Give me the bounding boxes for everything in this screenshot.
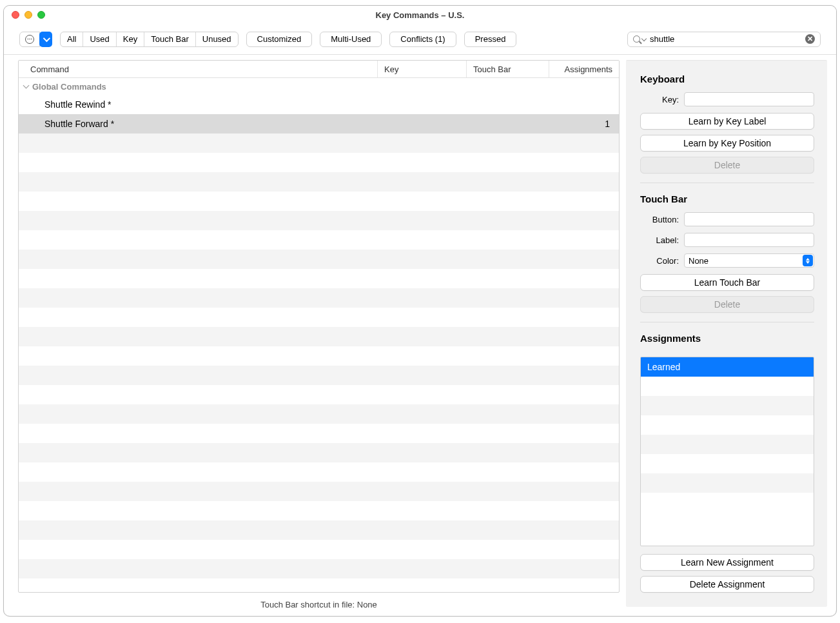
label-field-row: Label: bbox=[640, 233, 814, 247]
table-row[interactable]: Shuttle Forward *1 bbox=[19, 114, 619, 134]
empty-row bbox=[19, 327, 619, 346]
filter-pressed[interactable]: Pressed bbox=[464, 32, 517, 47]
options-menu-dropdown[interactable] bbox=[39, 32, 52, 47]
filter-customized[interactable]: Customized bbox=[246, 32, 313, 47]
empty-row bbox=[19, 192, 619, 211]
empty-row bbox=[19, 250, 619, 269]
filter-group: All Used Key Touch Bar Unused bbox=[60, 32, 239, 47]
assignment-item[interactable]: Learned bbox=[641, 357, 814, 377]
disclosure-triangle-icon[interactable] bbox=[23, 83, 30, 89]
table-body[interactable]: Global CommandsShuttle Rewind *Shuttle F… bbox=[19, 78, 619, 592]
cell-assignments: 1 bbox=[549, 119, 619, 129]
key-label: Key: bbox=[640, 95, 679, 104]
assignments-list[interactable]: Learned bbox=[640, 357, 814, 546]
empty-row bbox=[19, 134, 619, 153]
empty-row bbox=[19, 308, 619, 327]
empty-row bbox=[19, 540, 619, 559]
empty-row bbox=[19, 269, 619, 288]
clear-search-button[interactable]: ✕ bbox=[805, 34, 815, 44]
button-label: Button: bbox=[640, 215, 679, 224]
search-scope-chevron-icon[interactable] bbox=[641, 35, 647, 41]
table-row[interactable]: Shuttle Rewind * bbox=[19, 95, 619, 114]
empty-row bbox=[19, 211, 619, 230]
inspector: Keyboard Key: Learn by Key Label Learn b… bbox=[626, 60, 827, 607]
empty-row bbox=[19, 366, 619, 385]
empty-row bbox=[19, 288, 619, 308]
delete-keyboard-button: Delete bbox=[640, 157, 814, 173]
col-header-assignments[interactable]: Assignments bbox=[549, 61, 619, 77]
key-field-row: Key: bbox=[640, 92, 814, 106]
empty-row bbox=[641, 473, 814, 493]
divider bbox=[640, 183, 814, 183]
touch-bar-section-title: Touch Bar bbox=[640, 193, 814, 204]
group-row[interactable]: Global Commands bbox=[19, 78, 619, 95]
empty-row bbox=[19, 172, 619, 192]
table-header: Command Key Touch Bar Assignments bbox=[19, 61, 619, 78]
search-input[interactable] bbox=[650, 34, 805, 44]
learn-new-assignment-button[interactable]: Learn New Assignment bbox=[640, 554, 814, 571]
empty-row bbox=[641, 454, 814, 473]
filter-multi-used[interactable]: Multi-Used bbox=[320, 32, 382, 47]
empty-row bbox=[641, 415, 814, 435]
empty-row bbox=[19, 501, 619, 520]
color-field-row: Color: None bbox=[640, 253, 814, 268]
empty-row bbox=[19, 443, 619, 462]
window-title: Key Commands – U.S. bbox=[4, 10, 836, 20]
empty-row bbox=[19, 230, 619, 250]
commands-table: Command Key Touch Bar Assignments Global… bbox=[18, 60, 620, 593]
col-header-key[interactable]: Key bbox=[378, 61, 467, 77]
empty-row bbox=[19, 385, 619, 404]
left-pane: Command Key Touch Bar Assignments Global… bbox=[4, 55, 620, 616]
color-select[interactable]: None bbox=[684, 253, 814, 268]
empty-row bbox=[19, 578, 619, 592]
close-icon: ✕ bbox=[807, 35, 813, 43]
titlebar: Key Commands – U.S. bbox=[4, 6, 836, 24]
keyboard-section-title: Keyboard bbox=[640, 74, 814, 84]
empty-row bbox=[19, 153, 619, 172]
learn-touch-bar-button[interactable]: Learn Touch Bar bbox=[640, 274, 814, 291]
cell-command: Shuttle Forward * bbox=[19, 119, 378, 129]
empty-row bbox=[19, 346, 619, 366]
filter-unused[interactable]: Unused bbox=[196, 32, 238, 46]
search-field[interactable]: ✕ bbox=[627, 32, 821, 47]
key-commands-window: Key Commands – U.S. ⋯ All Used Key Touch… bbox=[3, 5, 837, 617]
statusbar: Touch Bar shortcut in file: None bbox=[18, 593, 620, 616]
divider bbox=[640, 322, 814, 322]
filter-touch-bar[interactable]: Touch Bar bbox=[144, 32, 196, 46]
assignments-section-title: Assignments bbox=[640, 333, 814, 344]
body: Command Key Touch Bar Assignments Global… bbox=[4, 55, 836, 616]
delete-touch-bar-button: Delete bbox=[640, 296, 814, 313]
empty-row bbox=[19, 520, 619, 540]
col-header-touch-bar[interactable]: Touch Bar bbox=[467, 61, 549, 77]
button-field-row: Button: bbox=[640, 212, 814, 226]
options-menu-button[interactable]: ⋯ bbox=[20, 32, 39, 46]
col-header-command[interactable]: Command bbox=[19, 61, 378, 77]
empty-row bbox=[641, 377, 814, 396]
filter-all[interactable]: All bbox=[61, 32, 83, 46]
chevron-down-icon bbox=[43, 34, 50, 41]
color-value: None bbox=[689, 256, 708, 266]
toolbar: ⋯ All Used Key Touch Bar Unused Customiz… bbox=[4, 24, 836, 55]
filter-conflicts[interactable]: Conflicts (1) bbox=[389, 32, 456, 47]
empty-row bbox=[641, 396, 814, 415]
empty-row bbox=[19, 424, 619, 443]
empty-row bbox=[19, 462, 619, 482]
search-icon bbox=[633, 35, 640, 43]
empty-row bbox=[19, 404, 619, 424]
key-input[interactable] bbox=[684, 92, 814, 106]
group-label: Global Commands bbox=[32, 82, 106, 92]
learn-by-key-label-button[interactable]: Learn by Key Label bbox=[640, 113, 814, 130]
updown-icon bbox=[803, 255, 813, 266]
ellipsis-icon: ⋯ bbox=[25, 35, 34, 44]
delete-assignment-button[interactable]: Delete Assignment bbox=[640, 576, 814, 593]
filter-key[interactable]: Key bbox=[117, 32, 144, 46]
empty-row bbox=[641, 435, 814, 454]
label-input[interactable] bbox=[684, 233, 814, 247]
cell-command: Shuttle Rewind * bbox=[19, 99, 378, 110]
label-label: Label: bbox=[640, 235, 679, 245]
empty-row bbox=[19, 482, 619, 501]
color-label: Color: bbox=[640, 256, 679, 266]
filter-used[interactable]: Used bbox=[83, 32, 116, 46]
button-input[interactable] bbox=[684, 212, 814, 226]
learn-by-key-position-button[interactable]: Learn by Key Position bbox=[640, 135, 814, 152]
